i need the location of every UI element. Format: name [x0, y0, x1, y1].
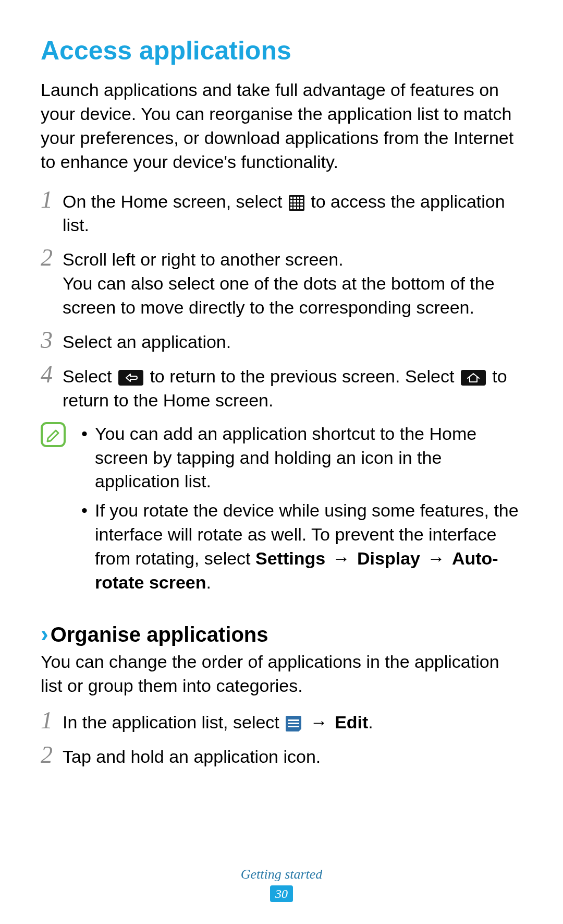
- menu-edit: Edit: [335, 712, 368, 732]
- org-step-2: 2 Tap and hold an application icon.: [41, 744, 522, 769]
- arrow-separator: →: [305, 712, 333, 732]
- step-number: 4: [41, 363, 63, 387]
- step-text: Select to return to the previous screen.…: [63, 365, 522, 413]
- step-text: Tap and hold an application icon.: [63, 745, 321, 769]
- page-footer: Getting started 30: [0, 867, 563, 902]
- note-icon: [41, 422, 66, 447]
- step-number: 2: [41, 743, 63, 767]
- note-item: You can add an application shortcut to t…: [81, 422, 522, 494]
- step-number: 3: [41, 328, 63, 352]
- org-step-1: 1 In the application list, select → Edit…: [41, 710, 522, 735]
- text-fragment: .: [206, 572, 211, 592]
- note-list: You can add an application shortcut to t…: [72, 422, 522, 600]
- sub-intro-paragraph: You can change the order of applications…: [41, 650, 522, 698]
- arrow-separator: →: [327, 548, 355, 568]
- back-button-icon: [118, 370, 143, 386]
- apps-grid-icon: [289, 195, 304, 211]
- step-number: 2: [41, 246, 63, 270]
- menu-icon: [286, 716, 301, 731]
- step-text: Scroll left or right to another screen.: [63, 248, 522, 272]
- path-display: Display: [357, 548, 420, 568]
- subheading-organise: ›Organise applications: [41, 621, 522, 647]
- step-text: Select an application.: [63, 330, 231, 354]
- text-fragment: In the application list, select: [63, 712, 284, 732]
- main-steps-list: 1 On the Home screen, select to access t…: [41, 189, 522, 413]
- note-block: You can add an application shortcut to t…: [41, 422, 522, 600]
- step-3: 3 Select an application.: [41, 329, 522, 354]
- step-text: On the Home screen, select to access the…: [63, 190, 522, 238]
- step-number: 1: [41, 709, 63, 733]
- subheading-text: Organise applications: [51, 623, 268, 646]
- chevron-right-icon: ›: [41, 621, 48, 646]
- arrow-separator: →: [422, 548, 450, 568]
- step-number: 1: [41, 188, 63, 212]
- step-text: In the application list, select → Edit.: [63, 711, 373, 735]
- footer-section-label: Getting started: [0, 867, 563, 882]
- text-fragment: to return to the previous screen. Select: [145, 366, 459, 386]
- home-button-icon: [461, 370, 486, 386]
- intro-paragraph: Launch applications and take full advant…: [41, 78, 522, 174]
- organise-steps-list: 1 In the application list, select → Edit…: [41, 710, 522, 769]
- step-4: 4 Select to return to the previous scree…: [41, 364, 522, 413]
- path-settings: Settings: [255, 548, 325, 568]
- text-fragment: Select: [63, 366, 117, 386]
- step-1: 1 On the Home screen, select to access t…: [41, 189, 522, 238]
- page-title: Access applications: [41, 35, 522, 66]
- step-2: 2 Scroll left or right to another screen…: [41, 247, 522, 320]
- note-item: If you rotate the device while using som…: [81, 499, 522, 595]
- step-text: You can also select one of the dots at t…: [63, 272, 522, 320]
- text-fragment: On the Home screen, select: [63, 191, 287, 211]
- text-fragment: .: [368, 712, 373, 732]
- footer-page-number: 30: [270, 885, 293, 902]
